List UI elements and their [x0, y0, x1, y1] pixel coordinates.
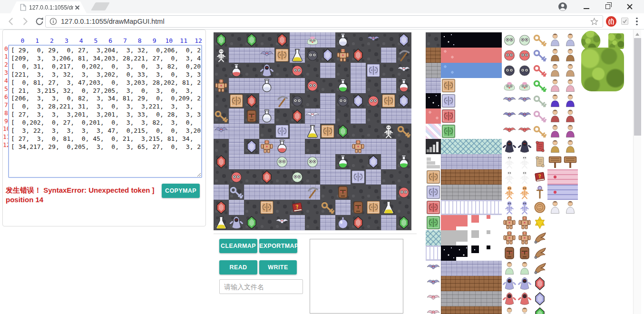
tileset-tile[interactable] [502, 230, 517, 245]
map-tile[interactable] [229, 185, 244, 200]
tileset-tile[interactable] [517, 245, 532, 261]
tileset-tile[interactable] [547, 93, 563, 108]
map-tile[interactable] [290, 63, 305, 78]
tileset-tile[interactable] [426, 154, 441, 169]
map-tile[interactable] [274, 139, 290, 154]
map-tile[interactable] [214, 215, 229, 230]
tileset-tile[interactable] [441, 169, 502, 185]
map-tile[interactable] [259, 169, 274, 185]
map-tile[interactable] [259, 139, 274, 154]
tileset-tile[interactable] [426, 169, 441, 185]
tileset-tile[interactable] [517, 230, 532, 245]
map-tile[interactable] [320, 78, 335, 93]
tileset-tile[interactable] [563, 63, 578, 78]
map-tile[interactable] [305, 63, 320, 78]
write-button[interactable]: WRITE [259, 260, 297, 275]
tileset-tile[interactable] [532, 32, 547, 48]
tileset-tile[interactable] [563, 154, 578, 169]
tileset-tile[interactable] [532, 185, 547, 200]
tileset-tile[interactable] [517, 306, 532, 314]
map-tile[interactable] [290, 200, 305, 215]
window-close-button[interactable] [626, 4, 633, 10]
map-tile[interactable] [396, 48, 411, 63]
map-tile[interactable] [335, 154, 351, 169]
copymap-button[interactable]: COPYMAP [162, 184, 200, 198]
tileset-tile[interactable] [456, 215, 471, 230]
tileset-tile[interactable] [426, 245, 441, 261]
map-tile[interactable] [290, 78, 305, 93]
map-tile[interactable] [244, 200, 259, 215]
map-tile[interactable] [290, 154, 305, 169]
map-tile[interactable] [381, 124, 396, 139]
bookmark-star-icon[interactable] [590, 17, 599, 26]
tileset-tile[interactable] [532, 230, 547, 245]
tileset-tile[interactable] [426, 32, 441, 48]
tileset-tile[interactable] [502, 261, 517, 276]
map-tile[interactable] [274, 169, 290, 185]
map-tile[interactable] [214, 48, 229, 63]
tileset-tile[interactable] [517, 291, 532, 306]
map-tile[interactable] [305, 124, 320, 139]
tileset-tile[interactable] [441, 48, 502, 63]
map-tile[interactable] [244, 78, 259, 93]
new-tab-button[interactable] [91, 2, 110, 10]
map-tile[interactable] [381, 215, 396, 230]
map-tile[interactable] [274, 93, 290, 108]
map-tile[interactable] [381, 48, 396, 63]
tileset-tile[interactable] [502, 306, 517, 314]
map-tile[interactable] [229, 154, 244, 169]
tileset-tile[interactable] [502, 215, 517, 230]
map-tile[interactable] [351, 169, 366, 185]
map-tile[interactable] [305, 139, 320, 154]
tileset-tile[interactable] [426, 108, 441, 124]
map-tile[interactable] [305, 93, 320, 108]
map-tile[interactable] [351, 200, 366, 215]
tileset-tile[interactable] [563, 108, 578, 124]
map-tile[interactable] [244, 63, 259, 78]
map-tile[interactable] [335, 32, 351, 48]
tileset-tile[interactable] [502, 32, 517, 48]
tileset-tile[interactable] [487, 230, 502, 245]
tileset-tile[interactable] [441, 261, 502, 276]
map-tile[interactable] [381, 32, 396, 48]
map-tile[interactable] [320, 169, 335, 185]
map-tile[interactable] [335, 78, 351, 93]
tileset-tile[interactable] [426, 200, 441, 215]
tileset-tile[interactable] [563, 78, 578, 93]
tileset-tile[interactable] [487, 215, 502, 230]
map-tile[interactable] [351, 108, 366, 124]
map-tile[interactable] [229, 169, 244, 185]
map-tile[interactable] [320, 108, 335, 124]
tileset-tile[interactable] [426, 230, 441, 245]
map-tile[interactable] [366, 154, 381, 169]
map-tile[interactable] [274, 215, 290, 230]
tileset-tile[interactable] [532, 63, 547, 78]
map-tile[interactable] [259, 185, 274, 200]
exportmap-button[interactable]: EXPORTMAP [259, 239, 297, 253]
map-tile[interactable] [320, 200, 335, 215]
map-tile[interactable] [214, 93, 229, 108]
map-tile[interactable] [229, 139, 244, 154]
map-tile[interactable] [320, 48, 335, 63]
tileset-tile[interactable] [441, 185, 502, 200]
window-restore-button[interactable] [605, 4, 610, 9]
tileset-tile[interactable] [502, 139, 517, 154]
map-tile[interactable] [381, 93, 396, 108]
tileset-tile[interactable] [547, 63, 563, 78]
map-tile[interactable] [396, 63, 411, 78]
tileset-tile[interactable] [426, 276, 441, 291]
tileset-tile[interactable] [563, 139, 578, 154]
tileset-tile[interactable] [487, 245, 502, 261]
map-tile[interactable] [229, 200, 244, 215]
map-tile[interactable] [229, 93, 244, 108]
tileset-tile[interactable] [532, 124, 547, 139]
map-tile[interactable] [259, 215, 274, 230]
map-tile[interactable] [335, 48, 351, 63]
tileset-tile[interactable] [563, 32, 578, 48]
tileset-tile[interactable] [532, 139, 547, 154]
tileset-tile[interactable] [502, 93, 517, 108]
tileset-tile[interactable] [426, 93, 441, 108]
map-tile[interactable] [320, 63, 335, 78]
map-tile[interactable] [335, 215, 351, 230]
map-tile[interactable] [229, 48, 244, 63]
